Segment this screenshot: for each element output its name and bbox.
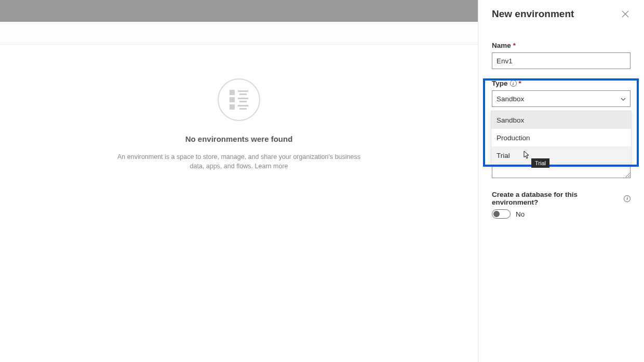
main-empty-state: No environments were found An environmen… [0, 45, 478, 362]
name-field-group: Name * [492, 42, 630, 69]
type-option-sandbox[interactable]: Sandbox [491, 111, 631, 129]
close-button[interactable] [620, 9, 630, 19]
toggle-value: No [516, 210, 525, 218]
type-field-group: Type i * Sandbox [492, 79, 630, 107]
empty-state-text: An environment is a space to store, mana… [117, 153, 360, 170]
name-label: Name [492, 42, 511, 49]
type-option-trial[interactable]: Trial [491, 146, 631, 164]
panel-header: New environment [492, 8, 630, 20]
type-dropdown-list: Sandbox Production Trial [491, 111, 632, 165]
learn-more-link[interactable]: Learn more [255, 163, 288, 170]
empty-state-title: No environments were found [185, 135, 293, 143]
new-environment-panel: New environment Name * Type i * Sandbox … [478, 0, 644, 362]
required-indicator: * [519, 79, 521, 87]
empty-state-description: An environment is a space to store, mana… [117, 153, 361, 171]
chevron-down-icon [621, 96, 626, 102]
create-database-toggle[interactable] [492, 209, 511, 219]
type-label: Type [492, 79, 508, 87]
panel-title: New environment [492, 8, 574, 20]
type-selected-value: Sandbox [497, 95, 524, 103]
create-database-label: Create a database for this environment? [492, 191, 622, 206]
type-option-production[interactable]: Production [491, 129, 631, 146]
create-database-group: Create a database for this environment? … [492, 191, 630, 219]
type-select[interactable]: Sandbox [492, 90, 630, 107]
info-icon[interactable]: i [510, 80, 517, 87]
required-indicator: * [513, 42, 516, 49]
info-icon[interactable]: i [624, 195, 630, 202]
empty-list-icon [218, 78, 260, 121]
close-icon [622, 10, 629, 18]
name-input[interactable] [492, 52, 630, 69]
